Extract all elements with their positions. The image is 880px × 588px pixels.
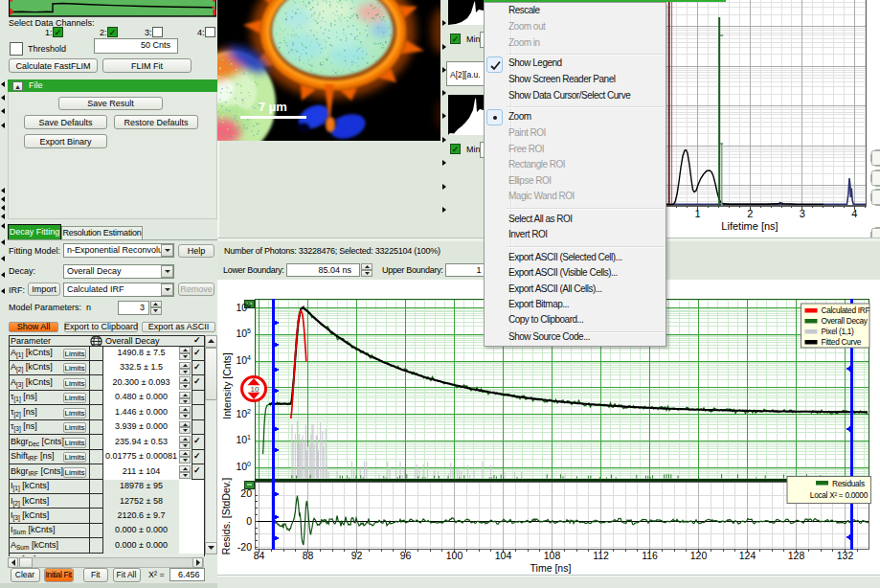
svg-text:Pixel (1,1): Pixel (1,1): [822, 327, 855, 336]
svg-text:Lifetime [ns]: Lifetime [ns]: [721, 220, 778, 232]
svg-text:Calculated IRF: Calculated IRF: [822, 305, 870, 315]
svg-text:120: 120: [690, 550, 708, 561]
svg-text:4: 4: [851, 208, 857, 219]
svg-text:Local X² = 0.0000: Local X² = 0.0000: [810, 490, 869, 500]
svg-text:Overall Decay: Overall Decay: [822, 316, 869, 326]
svg-text:3: 3: [800, 208, 805, 219]
svg-text:128: 128: [788, 550, 805, 561]
svg-text:124: 124: [739, 550, 756, 561]
svg-text:Resids. [StdDev.]: Resids. [StdDev.]: [220, 478, 232, 554]
svg-text:132: 132: [837, 550, 854, 561]
svg-text:92: 92: [351, 550, 363, 561]
svg-text:108: 108: [544, 550, 561, 561]
svg-text:104: 104: [495, 550, 512, 561]
svg-text:Intensity [Cnts]: Intensity [Cnts]: [221, 352, 233, 419]
svg-text:100: 100: [446, 550, 463, 561]
svg-text:112: 112: [593, 550, 609, 561]
svg-text:116: 116: [642, 550, 658, 561]
svg-text:0: 0: [246, 515, 252, 527]
svg-text:20: 20: [240, 487, 252, 499]
svg-text:Fitted Curve: Fitted Curve: [822, 337, 862, 347]
svg-text:Residuals: Residuals: [832, 479, 865, 488]
svg-text:96: 96: [400, 550, 412, 561]
svg-text:10: 10: [251, 385, 259, 394]
svg-text:Time [ns]: Time [ns]: [530, 562, 572, 574]
svg-text:2: 2: [747, 208, 753, 219]
svg-text:7 µm: 7 µm: [259, 100, 287, 114]
svg-text:84: 84: [254, 550, 265, 561]
svg-text:1: 1: [695, 208, 701, 219]
svg-text:-20: -20: [237, 541, 252, 553]
svg-text:88: 88: [303, 550, 314, 561]
